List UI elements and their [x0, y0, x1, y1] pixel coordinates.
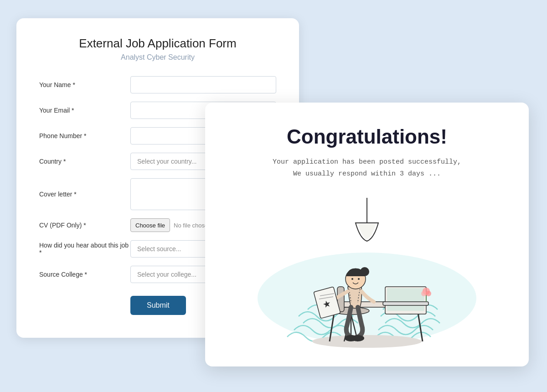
cv-label: CV (PDF Only) *	[39, 222, 130, 229]
congrats-line1: Your application has been posted success…	[273, 158, 461, 166]
name-label: Your Name *	[39, 81, 130, 88]
name-row: Your Name *	[39, 76, 276, 93]
svg-point-0	[312, 335, 422, 348]
college-label: Source College *	[39, 271, 130, 278]
congrats-line2: We usually respond within 3 days ...	[293, 170, 441, 178]
svg-point-12	[426, 291, 431, 296]
cover-letter-label: Cover letter *	[39, 191, 130, 198]
svg-rect-8	[383, 302, 428, 305]
form-title: External Job Application Form	[39, 36, 276, 51]
country-label: Country *	[39, 158, 130, 165]
submit-button[interactable]: Submit	[130, 296, 186, 315]
svg-point-19	[360, 267, 369, 276]
illustration-area: ★	[232, 193, 501, 348]
svg-point-20	[351, 278, 353, 280]
svg-rect-7	[387, 288, 424, 311]
svg-point-27	[351, 335, 364, 341]
choose-file-button[interactable]: Choose file	[130, 218, 170, 232]
congratulations-illustration: ★	[262, 198, 472, 348]
form-subtitle: Analyst Cyber Security	[39, 53, 276, 62]
congrats-card: Congratulations! Your application has be…	[205, 103, 529, 366]
phone-label: Phone Number *	[39, 132, 130, 139]
source-label: How did you hear about this job *	[39, 242, 130, 256]
name-input[interactable]	[130, 76, 276, 93]
svg-point-21	[358, 278, 360, 280]
congrats-message: Your application has been posted success…	[232, 156, 501, 180]
email-label: Your Email *	[39, 107, 130, 114]
congrats-title: Congratulations!	[232, 125, 501, 148]
